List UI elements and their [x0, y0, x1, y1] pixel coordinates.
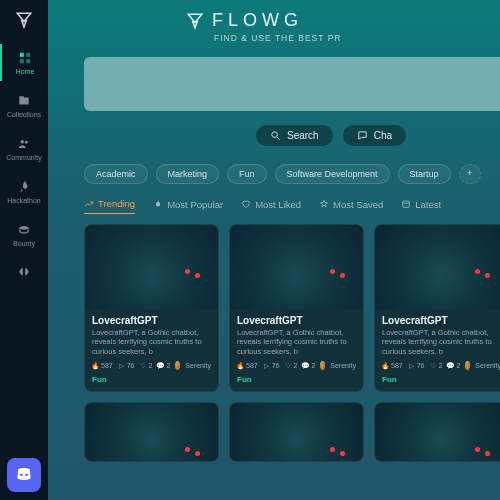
- sidebar-item-hackathon[interactable]: Hackathon: [0, 173, 48, 210]
- sidebar-item-brain[interactable]: [0, 259, 48, 289]
- prompt-card[interactable]: LovecraftGPT LovecraftGPT, a Gothic chat…: [84, 224, 219, 392]
- author-avatar: [465, 361, 470, 370]
- sort-tabs: Trending Most Popular Most Liked Most Sa…: [84, 198, 500, 214]
- svg-point-10: [25, 474, 28, 477]
- category-chips: Academic Marketing Fun Software Developm…: [84, 164, 500, 184]
- bookmark-icon: ▷: [263, 362, 270, 369]
- bookmark-icon: ▷: [118, 362, 125, 369]
- sidebar-item-bounty[interactable]: Bounty: [0, 216, 48, 253]
- comment-icon: 💬: [157, 362, 164, 369]
- discord-icon: [14, 465, 34, 485]
- bookmark-icon: ▷: [408, 362, 415, 369]
- brand-name: FLOWG: [212, 10, 303, 31]
- svg-rect-0: [20, 53, 24, 57]
- svg-point-8: [20, 226, 28, 230]
- app-logo-icon: [14, 10, 34, 30]
- heart-icon: ♡: [429, 362, 436, 369]
- chip-software-development[interactable]: Software Development: [275, 164, 390, 184]
- card-tag: Fun: [382, 375, 500, 384]
- svg-rect-1: [26, 53, 30, 57]
- svg-point-11: [272, 132, 278, 138]
- search-button-label: Search: [287, 130, 319, 141]
- rocket-icon: [16, 179, 32, 195]
- card-thumbnail: [375, 225, 500, 309]
- action-row: Search Cha: [256, 125, 500, 146]
- card-title: LovecraftGPT: [92, 315, 211, 326]
- tab-label: Most Saved: [333, 199, 383, 210]
- main-content: FLOWG FIND & USE THE BEST PR Search Cha …: [48, 0, 500, 500]
- chip-add[interactable]: +: [459, 164, 481, 184]
- chip-startup[interactable]: Startup: [398, 164, 451, 184]
- svg-point-7: [25, 141, 28, 144]
- card-meta: 🔥587 ▷76 ♡2 💬2 Serenity: [382, 361, 500, 370]
- sidebar-item-community[interactable]: Community: [0, 130, 48, 167]
- comment-icon: 💬: [302, 362, 309, 369]
- search-icon: [270, 130, 281, 141]
- author-avatar: [320, 361, 325, 370]
- svg-line-12: [277, 137, 280, 140]
- brand-tagline: FIND & USE THE BEST PR: [214, 33, 500, 43]
- card-meta: 🔥587 ▷76 ♡2 💬2 Serenity: [237, 361, 356, 370]
- sidebar-item-home[interactable]: Home: [0, 44, 48, 81]
- chip-academic[interactable]: Academic: [84, 164, 148, 184]
- tab-most-saved[interactable]: Most Saved: [319, 198, 383, 214]
- card-meta: 🔥587 ▷76 ♡2 💬2 Serenity: [92, 361, 211, 370]
- prompt-card[interactable]: LovecraftGPT LovecraftGPT, a Gothic chat…: [229, 224, 364, 392]
- card-title: LovecraftGPT: [237, 315, 356, 326]
- sidebar-item-label: Hackathon: [7, 197, 40, 204]
- comment-icon: 💬: [447, 362, 454, 369]
- prompt-card[interactable]: [84, 402, 219, 462]
- svg-rect-2: [20, 59, 24, 63]
- people-icon: [16, 136, 32, 152]
- card-tag: Fun: [237, 375, 356, 384]
- sidebar-item-label: Bounty: [13, 240, 35, 247]
- trending-icon: [84, 199, 94, 209]
- author-name: Serenity: [330, 362, 356, 369]
- heart-icon: ♡: [284, 362, 291, 369]
- card-grid: LovecraftGPT LovecraftGPT, a Gothic chat…: [84, 224, 500, 462]
- tab-label: Latest: [415, 199, 441, 210]
- chat-button[interactable]: Cha: [343, 125, 406, 146]
- author-avatar: [175, 361, 180, 370]
- tab-most-liked[interactable]: Most Liked: [241, 198, 301, 214]
- card-description: LovecraftGPT, a Gothic chatbot, reveals …: [92, 328, 211, 356]
- svg-rect-5: [19, 96, 24, 98]
- prompt-card[interactable]: [374, 402, 500, 462]
- card-description: LovecraftGPT, a Gothic chatbot, reveals …: [237, 328, 356, 356]
- sidebar-item-collections[interactable]: Collections: [0, 87, 48, 124]
- flame-icon: 🔥: [382, 362, 389, 369]
- heart-icon: ♡: [139, 362, 146, 369]
- svg-point-9: [20, 474, 23, 477]
- card-thumbnail: [230, 225, 363, 309]
- prompt-card[interactable]: [229, 402, 364, 462]
- sidebar-item-label: Home: [16, 68, 35, 75]
- heart-icon: [241, 199, 251, 209]
- tab-label: Trending: [98, 198, 135, 209]
- svg-rect-4: [19, 98, 28, 105]
- search-input[interactable]: [84, 57, 500, 111]
- chip-marketing[interactable]: Marketing: [156, 164, 220, 184]
- star-icon: [319, 199, 329, 209]
- card-tag: Fun: [92, 375, 211, 384]
- tab-trending[interactable]: Trending: [84, 198, 135, 214]
- chat-icon: [357, 130, 368, 141]
- discord-button[interactable]: [7, 458, 41, 492]
- dashboard-icon: [17, 50, 33, 66]
- tab-label: Most Liked: [255, 199, 301, 210]
- svg-rect-13: [403, 201, 410, 207]
- brand: FLOWG: [186, 10, 500, 31]
- flame-icon: 🔥: [237, 362, 244, 369]
- coin-icon: [16, 222, 32, 238]
- chip-fun[interactable]: Fun: [227, 164, 267, 184]
- tab-latest[interactable]: Latest: [401, 198, 441, 214]
- tab-most-popular[interactable]: Most Popular: [153, 198, 223, 214]
- card-title: LovecraftGPT: [382, 315, 500, 326]
- author-name: Serenity: [475, 362, 500, 369]
- tab-label: Most Popular: [167, 199, 223, 210]
- flame-icon: 🔥: [92, 362, 99, 369]
- sidebar-item-label: Community: [6, 154, 41, 161]
- sidebar-item-label: Collections: [7, 111, 41, 118]
- svg-rect-3: [26, 59, 30, 63]
- search-button[interactable]: Search: [256, 125, 333, 146]
- prompt-card[interactable]: LovecraftGPT LovecraftGPT, a Gothic chat…: [374, 224, 500, 392]
